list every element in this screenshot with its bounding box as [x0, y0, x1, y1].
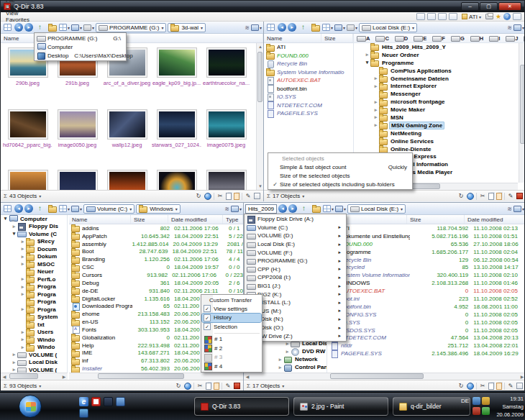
- file-row[interactable]: CSC 0 18.04.2009 19:57 0 / 0: [69, 263, 243, 271]
- column-name[interactable]: Name: [264, 34, 321, 42]
- copy-icon[interactable]: [488, 383, 494, 390]
- menu-item[interactable]: ✓ View settings: [202, 304, 261, 314]
- pane-select-dropdown[interactable]: ▾: [251, 24, 262, 31]
- file-row[interactable]: Cursors 913.982 02.11.2006 17:06 0 / 223: [69, 271, 243, 279]
- menu-item[interactable]: PROGRAMME (G:) G:\: [35, 34, 125, 42]
- tree-expand-icon[interactable]: [373, 76, 379, 81]
- new-folder-icon[interactable]: [47, 204, 58, 214]
- tree-expand-icon[interactable]: [284, 349, 291, 355]
- file-row[interactable]: System Volume Information 320.400.119 11…: [328, 271, 525, 279]
- tree-item[interactable]: Progra: [1, 291, 67, 298]
- drive-menu-item[interactable]: VOLUME (D:) ▸: [245, 232, 345, 240]
- favorites-star-icon[interactable]: ★: [496, 14, 501, 20]
- menu-item[interactable]: # 4: [202, 362, 261, 371]
- file-row[interactable]: de-DE 931.840 02.11.2006 21:11 0 / 10: [69, 287, 243, 295]
- tree-expand-icon[interactable]: [19, 344, 26, 350]
- tray-volume-icon[interactable]: [482, 407, 490, 415]
- scroll-up-icon[interactable]: ▲: [257, 43, 263, 50]
- file-row[interactable]: bootfont.bin 4.952 18.08.2001 11:00: [328, 303, 525, 311]
- monitor-dropdown[interactable]: ▾: [334, 24, 345, 31]
- new-folder-icon[interactable]: [310, 23, 321, 32]
- forward-button[interactable]: ▸: [24, 23, 33, 32]
- paste-icon[interactable]: [214, 383, 219, 390]
- menu-item[interactable]: View: [1, 10, 35, 17]
- drive-menu-item[interactable]: Volume (C:) ▸: [245, 224, 345, 232]
- file-row[interactable]: IO.SYS 0 11.10.2008 02:05: [328, 319, 525, 327]
- file-row[interactable]: addins 802 02.11.2006 17:06 0 / 1: [69, 224, 243, 232]
- drive-letter-button[interactable]: D: [395, 35, 408, 42]
- tree-item[interactable]: Messenger: [354, 90, 518, 98]
- tree-item[interactable]: txt: [1, 321, 67, 329]
- tree-item[interactable]: MSN Gaming Zone: [354, 122, 518, 129]
- cut-icon[interactable]: ✂: [479, 193, 486, 200]
- tree-item[interactable]: Progra: [1, 283, 67, 291]
- drive-menu-item[interactable]: Floppy Disk Drive (A:): [245, 215, 345, 224]
- tree-expand-icon[interactable]: [11, 224, 17, 229]
- menu-item[interactable]: Size of the selected objects: [269, 171, 411, 180]
- thumbnail-item[interactable]: [201, 167, 251, 190]
- filter-icon[interactable]: ≋: [507, 206, 512, 212]
- tree-item[interactable]: VOLUME (: [1, 366, 67, 373]
- tree-item[interactable]: Progra: [1, 298, 67, 306]
- tree-item[interactable]: NetMeeting: [354, 129, 518, 137]
- pane-indicator-icon[interactable]: [254, 193, 260, 199]
- tray-network-icon[interactable]: [472, 397, 480, 405]
- copy-icon[interactable]: [206, 383, 211, 390]
- column-size[interactable]: Size: [407, 215, 465, 224]
- file-row[interactable]: NTDETECT.COM: [264, 101, 353, 110]
- menu-item[interactable]: # 1: [202, 335, 261, 344]
- paste-icon[interactable]: [496, 383, 502, 390]
- history-combo[interactable]: Hits_2009: [245, 204, 277, 214]
- scroll-down-icon[interactable]: ▼: [257, 183, 263, 190]
- drive-menu-item[interactable]: CPP (H:) ▸: [245, 265, 345, 274]
- copy-icon[interactable]: [488, 193, 494, 200]
- up-button[interactable]: ↑: [298, 204, 309, 214]
- tree-expand-icon[interactable]: [2, 216, 9, 222]
- minimize-button[interactable]: [461, 2, 479, 11]
- menu-item[interactable]: ✓ Selection: [202, 322, 261, 332]
- print-icon[interactable]: [485, 14, 493, 19]
- thumbnail-item[interactable]: [102, 167, 152, 190]
- tree-expand-icon[interactable]: [19, 276, 26, 282]
- column-size[interactable]: Size: [321, 34, 353, 42]
- tree-horizontal-scrollbar[interactable]: ◀ ▶: [1, 373, 68, 380]
- menu-item[interactable]: Edit: [1, 4, 35, 10]
- scrollbar-thumb[interactable]: [9, 373, 38, 379]
- tree-expand-icon[interactable]: [11, 367, 17, 373]
- tree-item[interactable]: Progra: [1, 306, 67, 314]
- drive-letter-button[interactable]: G: [451, 35, 465, 42]
- file-row[interactable]: MSDOS.SYS 0 11.10.2008 02:05: [328, 327, 525, 334]
- drive-menu-item[interactable]: BIG1 (J:) ▸: [245, 282, 345, 291]
- active-pane-indicator-icon[interactable]: [516, 193, 523, 199]
- tree-item[interactable]: Local Disk: [1, 359, 67, 367]
- column-date[interactable]: Date modified: [465, 215, 525, 224]
- tree-item[interactable]: Hits_2009_Hits_2009_Y: [354, 43, 518, 51]
- tree-item[interactable]: microsoft frontpage: [354, 98, 518, 106]
- edit-icon[interactable]: ✎: [507, 193, 514, 200]
- menu-item[interactable]: # 3: [202, 353, 261, 362]
- forward-button[interactable]: ▸: [24, 204, 33, 213]
- column-date[interactable]: Date modified: [168, 215, 223, 224]
- tree-item[interactable]: Gemeinsame Dateien: [354, 75, 518, 83]
- tree-item[interactable]: ComPlus Applications: [354, 67, 518, 75]
- display-icon[interactable]: [104, 397, 113, 406]
- browser-icon[interactable]: [467, 383, 474, 390]
- file-row[interactable]: FOUND.000 65.536 27.10.2008 18:06: [328, 240, 525, 248]
- vertical-scrollbar[interactable]: ▲ ▼: [256, 43, 263, 190]
- file-row[interactable]: AUTOEXEC.BAT 0 11.10.2008 02:05: [328, 287, 525, 295]
- file-row[interactable]: PAGEFILE.SYS: [264, 109, 353, 118]
- drive-letter-button[interactable]: H: [470, 35, 483, 42]
- tree-item[interactable]: Dokum: [1, 253, 67, 261]
- file-row[interactable]: Programme 1.685.206.177 11.10.2008 02:04: [328, 248, 525, 256]
- back-button[interactable]: ◂: [278, 23, 286, 32]
- tree-item[interactable]: Neuer: [1, 268, 67, 276]
- file-row[interactable]: Recycle Bin 129 06.12.2008 00:54: [328, 256, 525, 264]
- start-button[interactable]: [19, 395, 42, 418]
- tree-expand-icon[interactable]: [19, 306, 26, 312]
- folder-shortcut-combo[interactable]: ATI ▾: [460, 13, 483, 21]
- drive-letter-button[interactable]: J: [506, 35, 518, 42]
- file-row[interactable]: Debug 361 18.04.2009 20:05 2 / 6: [69, 279, 243, 287]
- edit-icon[interactable]: ✎: [245, 193, 252, 200]
- file-row[interactable]: ATI 118.704.592 11.10.2008 02:13: [328, 224, 525, 232]
- thumbnail-item[interactable]: wallp12.jpeg: [102, 106, 152, 168]
